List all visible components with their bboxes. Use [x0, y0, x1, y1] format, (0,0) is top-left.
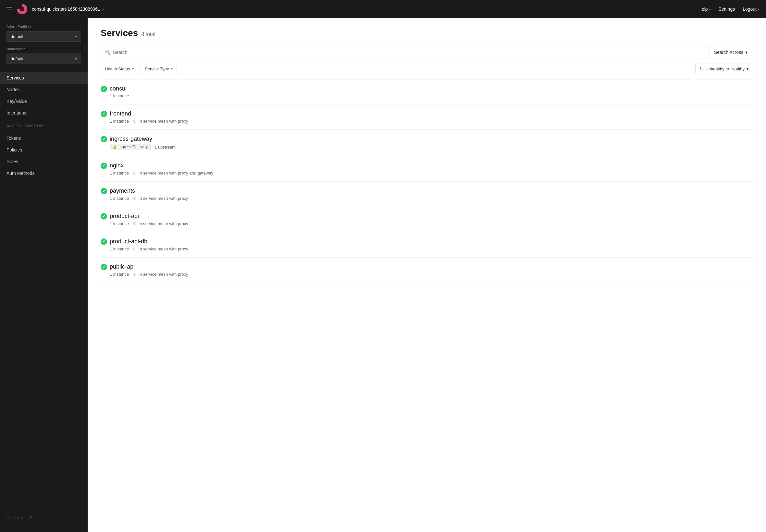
sort-chevron-icon: ▾	[747, 67, 749, 71]
ingress-gateway-badge: 🔒 Ingress Gateway	[110, 144, 151, 150]
sidebar-item-services[interactable]: Services	[0, 72, 88, 84]
logout-chevron-icon: ▾	[758, 7, 760, 11]
filter-row: Health Status ▾ Service Type ▾ ⇅ Unhealt…	[101, 64, 753, 74]
sort-icon: ⇅	[699, 66, 703, 71]
health-status-filter[interactable]: Health Status ▾	[101, 64, 138, 74]
search-input[interactable]	[113, 46, 705, 58]
service-name: frontend	[110, 110, 131, 117]
service-item[interactable]: product-api 1 instance ⊙ in service mesh…	[101, 207, 753, 232]
service-mesh-info: ⊙ in service mesh with proxy	[133, 272, 188, 277]
sidebar: Admin Partition default Namespace defaul…	[0, 18, 88, 532]
service-item[interactable]: nginx 1 instance ⊙ in service mesh with …	[101, 156, 753, 182]
service-item[interactable]: product-api-db 1 instance ⊙ in service m…	[101, 232, 753, 258]
service-mesh-info: ⊙ in service mesh with proxy and gateway	[133, 170, 213, 175]
service-item[interactable]: ingress-gateway 🔒 Ingress Gateway 1 upst…	[101, 130, 753, 156]
sidebar-item-intentions[interactable]: Intentions	[0, 107, 88, 119]
top-navbar: consul-quickstart-1658423089961 ▾ Help ▾…	[0, 0, 766, 18]
mesh-icon: ⊙	[133, 118, 137, 124]
hamburger-menu[interactable]	[6, 7, 12, 11]
service-instances: 1 instance	[110, 171, 129, 175]
health-status-icon	[101, 238, 107, 245]
mesh-icon: ⊙	[133, 221, 137, 226]
mesh-icon: ⊙	[133, 246, 137, 251]
page-title: Services	[101, 28, 138, 38]
sort-button[interactable]: ⇅ Unhealthy to Healthy ▾	[695, 64, 753, 74]
service-mesh-info: ⊙ in service mesh with proxy	[133, 246, 188, 251]
service-instances: 1 instance	[110, 196, 129, 201]
cluster-chevron-icon: ▾	[102, 7, 104, 11]
namespace-label: Namespace	[6, 47, 81, 51]
help-menu[interactable]: Help ▾	[699, 6, 711, 12]
sidebar-item-roles[interactable]: Roles	[0, 156, 88, 167]
sidebar-item-policies[interactable]: Policies	[0, 144, 88, 156]
service-mesh-info: ⊙ in service mesh with proxy	[133, 221, 188, 226]
search-across-button[interactable]: Search Across ▾	[709, 46, 753, 58]
service-name: product-api	[110, 213, 139, 220]
logout-menu[interactable]: Logout ▾	[743, 6, 760, 12]
service-item[interactable]: consul 1 instance	[101, 79, 753, 104]
sidebar-footer: Consul v1.11.6	[0, 511, 88, 526]
health-status-icon	[101, 188, 107, 194]
search-bar: 🔍 Search Across ▾	[101, 46, 753, 58]
health-status-icon	[101, 264, 107, 270]
service-list: consul 1 instance frontend 1 instance ⊙ …	[101, 79, 753, 283]
search-across-chevron-icon: ▾	[745, 50, 748, 55]
page-header: Services 8 total	[101, 28, 753, 38]
health-status-icon	[101, 163, 107, 169]
health-status-icon	[101, 213, 107, 220]
sidebar-nav: Services Nodes Key/Value Intentions	[0, 72, 88, 119]
service-instances: 1 instance	[110, 221, 129, 226]
health-status-icon	[101, 86, 107, 92]
service-name: payments	[110, 187, 135, 194]
search-icon: 🔍	[105, 50, 110, 55]
page-count: 8 total	[141, 31, 155, 37]
service-name: ingress-gateway	[110, 136, 152, 142]
sidebar-item-tokens[interactable]: Tokens	[0, 132, 88, 144]
service-type-filter[interactable]: Service Type ▾	[140, 64, 177, 74]
namespace-select[interactable]: default	[6, 54, 81, 64]
service-instances: 1 instance	[110, 272, 129, 277]
service-name: public-api	[110, 263, 135, 270]
admin-partition-select[interactable]: default	[6, 31, 81, 42]
service-name: product-api-db	[110, 238, 147, 245]
logo	[17, 4, 27, 14]
service-instances: 1 instance	[110, 93, 129, 98]
mesh-icon: ⊙	[133, 196, 137, 201]
service-instances: 1 instance	[110, 247, 129, 251]
help-chevron-icon: ▾	[709, 7, 711, 11]
service-upstream: 1 upstream	[154, 145, 176, 150]
service-type-chevron-icon: ▾	[171, 67, 173, 71]
service-item[interactable]: public-api 1 instance ⊙ in service mesh …	[101, 258, 753, 283]
admin-partition-label: Admin Partition	[6, 25, 81, 29]
health-status-icon	[101, 136, 107, 142]
settings-link[interactable]: Settings	[719, 6, 735, 12]
service-instances: 1 instance	[110, 119, 129, 124]
access-controls-nav: Tokens Policies Roles Auth Methods	[0, 132, 88, 179]
service-name: consul	[110, 85, 127, 92]
ingress-lock-icon: 🔒	[113, 145, 117, 149]
main-content: Services 8 total 🔍 Search Across ▾ Healt…	[88, 18, 766, 532]
access-controls-header: ACCESS CONTROLS	[0, 119, 88, 130]
sidebar-item-auth-methods[interactable]: Auth Methods	[0, 167, 88, 179]
service-mesh-info: ⊙ in service mesh with proxy	[133, 118, 188, 124]
service-name: nginx	[110, 162, 124, 169]
cluster-selector[interactable]: consul-quickstart-1658423089961 ▾	[32, 6, 104, 12]
mesh-icon: ⊙	[133, 170, 137, 175]
health-status-chevron-icon: ▾	[132, 67, 134, 71]
sidebar-item-keyvalue[interactable]: Key/Value	[0, 95, 88, 107]
service-mesh-info: ⊙ in service mesh with proxy	[133, 196, 188, 201]
health-status-icon	[101, 111, 107, 117]
mesh-icon: ⊙	[133, 272, 137, 277]
service-item[interactable]: frontend 1 instance ⊙ in service mesh wi…	[101, 104, 753, 130]
sidebar-item-nodes[interactable]: Nodes	[0, 84, 88, 95]
service-item[interactable]: payments 1 instance ⊙ in service mesh wi…	[101, 182, 753, 207]
